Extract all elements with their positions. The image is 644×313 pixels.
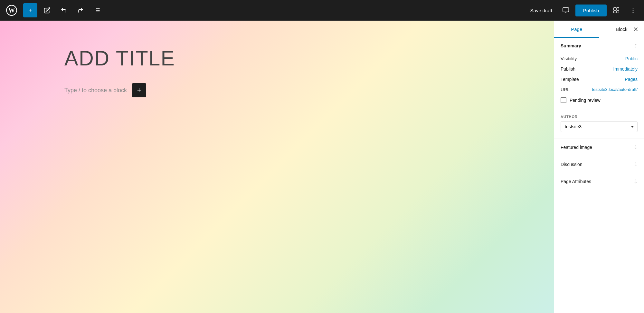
svg-rect-11 bbox=[614, 8, 616, 10]
discussion-section[interactable]: Discussion ⇩ bbox=[554, 156, 644, 173]
pending-review-label: Pending review bbox=[570, 98, 601, 103]
url-label: URL bbox=[561, 87, 570, 92]
wp-logo[interactable]: W bbox=[4, 0, 19, 21]
svg-rect-12 bbox=[617, 8, 619, 10]
page-attributes-chevron-down-icon: ⇩ bbox=[634, 179, 638, 184]
featured-image-chevron-down-icon: ⇩ bbox=[634, 145, 638, 150]
toolbar-right: Save draft Publish bbox=[526, 3, 640, 17]
page-attributes-title: Page Attributes bbox=[561, 179, 591, 184]
tab-page[interactable]: Page bbox=[554, 21, 599, 38]
svg-text:W: W bbox=[8, 7, 15, 14]
view-toggle-button[interactable] bbox=[609, 3, 623, 17]
main-toolbar: W + Save draft bbox=[0, 0, 644, 21]
placeholder-text: Type / to choose a block bbox=[64, 87, 127, 94]
post-title[interactable]: ADD TITLE bbox=[64, 46, 489, 70]
author-select[interactable]: testsite3 bbox=[561, 121, 638, 132]
template-value[interactable]: Pages bbox=[625, 77, 638, 82]
block-placeholder: Type / to choose a block + bbox=[64, 83, 489, 97]
add-block-button[interactable]: + bbox=[23, 3, 37, 17]
pending-review-checkbox[interactable] bbox=[561, 97, 566, 103]
publish-button[interactable]: Publish bbox=[575, 5, 607, 16]
visibility-label: Visibility bbox=[561, 56, 577, 61]
save-draft-button[interactable]: Save draft bbox=[526, 5, 556, 16]
author-section: AUTHOR testsite3 bbox=[554, 115, 644, 139]
svg-rect-14 bbox=[617, 11, 619, 13]
url-row: URL testsite3.local/auto-draft/ bbox=[561, 84, 638, 95]
svg-point-17 bbox=[633, 12, 634, 13]
visibility-row: Visibility Public bbox=[561, 54, 638, 64]
svg-rect-13 bbox=[614, 11, 616, 13]
summary-content: Visibility Public Publish Immediately Te… bbox=[554, 54, 644, 115]
tab-indicator bbox=[554, 37, 599, 38]
summary-section: Summary ⇧ Visibility Public Publish Imme… bbox=[554, 38, 644, 139]
svg-point-16 bbox=[633, 10, 634, 11]
redo-button[interactable] bbox=[73, 3, 88, 17]
sidebar-close-button[interactable]: ✕ bbox=[630, 24, 641, 35]
pending-review-row: Pending review bbox=[561, 95, 638, 108]
svg-point-15 bbox=[633, 8, 634, 9]
page-attributes-section[interactable]: Page Attributes ⇩ bbox=[554, 173, 644, 190]
inline-add-block-button[interactable]: + bbox=[132, 83, 146, 97]
sidebar: Page Block ✕ Summary ⇧ Visibility Public… bbox=[554, 21, 644, 313]
summary-title: Summary bbox=[561, 43, 581, 48]
editor-canvas[interactable]: ADD TITLE Type / to choose a block + bbox=[0, 21, 554, 313]
main-area: ADD TITLE Type / to choose a block + Pag… bbox=[0, 21, 644, 313]
more-options-button[interactable] bbox=[626, 3, 640, 17]
featured-image-section[interactable]: Featured image ⇩ bbox=[554, 139, 644, 156]
svg-rect-8 bbox=[563, 8, 569, 12]
discussion-chevron-down-icon: ⇩ bbox=[634, 162, 638, 167]
visibility-value[interactable]: Public bbox=[625, 56, 638, 61]
list-view-button[interactable] bbox=[90, 3, 104, 17]
summary-chevron-up-icon: ⇧ bbox=[634, 43, 638, 48]
summary-header[interactable]: Summary ⇧ bbox=[554, 38, 644, 54]
template-row: Template Pages bbox=[561, 74, 638, 84]
sidebar-tabs: Page Block ✕ bbox=[554, 21, 644, 38]
publish-row: Publish Immediately bbox=[561, 64, 638, 74]
url-value[interactable]: testsite3.local/auto-draft/ bbox=[592, 87, 638, 92]
edit-button[interactable] bbox=[40, 3, 54, 17]
template-label: Template bbox=[561, 77, 579, 82]
publish-value[interactable]: Immediately bbox=[613, 66, 638, 72]
undo-button[interactable] bbox=[57, 3, 71, 17]
featured-image-title: Featured image bbox=[561, 145, 592, 150]
author-label: AUTHOR bbox=[561, 115, 638, 119]
discussion-title: Discussion bbox=[561, 162, 582, 167]
publish-label: Publish bbox=[561, 66, 575, 72]
preview-button[interactable] bbox=[559, 3, 573, 17]
